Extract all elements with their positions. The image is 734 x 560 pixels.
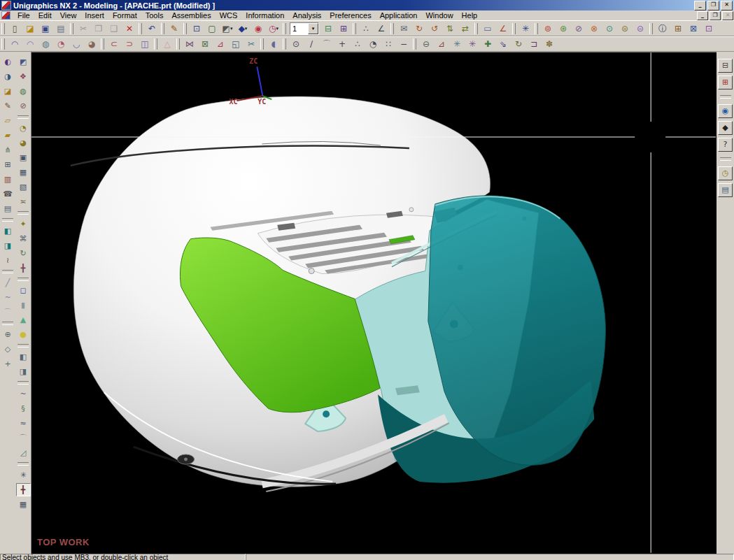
delay-long-icon[interactable]: ◕ — [16, 136, 31, 150]
enlarge-sheet-icon[interactable]: ◱ — [228, 37, 244, 51]
menu-window[interactable]: Window — [421, 10, 457, 20]
new-part-icon[interactable]: ▯ — [7, 22, 22, 36]
extrude-icon[interactable]: ⇘ — [495, 37, 511, 51]
law-extension-icon[interactable]: ◫ — [137, 37, 153, 51]
spline-curve-icon[interactable]: ~ — [16, 387, 31, 401]
sketch-icon[interactable]: ✽ — [542, 37, 557, 51]
delay-short-icon[interactable]: ◔ — [16, 122, 31, 135]
assembly-navigator-icon[interactable]: ⊟ — [718, 59, 733, 73]
open-folder-icon[interactable]: ◪ — [1, 85, 15, 98]
menu-format[interactable]: Format — [108, 10, 141, 20]
instance-feature-icon[interactable]: ⊘ — [571, 22, 586, 36]
mirror-body-icon[interactable]: ⊗ — [586, 22, 602, 36]
diamond-tool-icon[interactable]: ◇ — [1, 343, 15, 356]
trim-sheet-icon[interactable]: ⋈ — [182, 37, 197, 51]
offset-surface-icon[interactable]: ⊂ — [106, 37, 122, 51]
cone-primitive-icon[interactable]: ▲ — [16, 313, 31, 326]
layer-in-view-icon[interactable]: ⊞ — [336, 22, 351, 36]
information-window-icon[interactable]: ⓘ — [655, 22, 670, 36]
restore-button[interactable]: ❐ — [707, 1, 719, 10]
book-icon[interactable]: ▥ — [1, 173, 15, 186]
save-part-icon[interactable]: ▣ — [38, 22, 53, 36]
bounded-plane-icon[interactable]: △ — [160, 37, 175, 51]
menu-assemblies[interactable]: Assemblies — [167, 10, 215, 20]
eraser-icon[interactable]: ⊘ — [16, 99, 31, 113]
menu-edit[interactable]: Edit — [34, 10, 56, 20]
close-button[interactable]: ✕ — [721, 1, 733, 10]
snip-surface-icon[interactable]: ✂ — [244, 37, 259, 51]
menu-insert[interactable]: Insert — [80, 10, 108, 20]
part-families-icon[interactable]: ⊞ — [670, 22, 686, 36]
part-navigator-icon[interactable]: ⊞ — [718, 76, 733, 89]
sheet-badge-icon[interactable]: ▦ — [16, 166, 31, 179]
snap-point-on-curve-icon[interactable]: − — [396, 37, 411, 51]
snap-inferred-point-icon[interactable]: ⊙ — [288, 37, 304, 51]
menu-view[interactable]: View — [56, 10, 81, 20]
folder-up-icon[interactable]: ▰ — [1, 129, 15, 142]
mouse-icon[interactable]: ⌘ — [16, 232, 31, 245]
visualization-icon[interactable]: ◆ — [718, 121, 733, 135]
fit-view-icon[interactable]: ⊡ — [189, 22, 204, 36]
law-curve-icon[interactable]: ≈ — [16, 417, 31, 430]
edit-mask-icon[interactable]: ◩ — [16, 55, 31, 69]
target-point-icon[interactable]: ⊕ — [1, 328, 15, 341]
wcs-triad[interactable]: ZC XC YC — [229, 57, 271, 106]
ruled-surface-icon[interactable]: ◠ — [7, 37, 22, 51]
datum-axis-icon[interactable]: ✳ — [449, 37, 465, 51]
graphics-viewport[interactable]: ZC XC YC TOP WORK — [31, 52, 717, 554]
wcs-orient-icon[interactable]: ◍ — [16, 85, 31, 98]
snap-target-icon[interactable]: ╋ — [16, 483, 31, 496]
refresh-display-icon[interactable]: ▢ — [204, 22, 220, 36]
untrim-icon[interactable]: ⊠ — [197, 37, 213, 51]
phone-icon[interactable]: ☎ — [1, 187, 15, 201]
high-quality-image-icon[interactable]: ✎ — [167, 22, 182, 36]
print-icon[interactable]: ▤ — [53, 22, 69, 36]
wave-linker-icon[interactable]: ⊚ — [540, 22, 556, 36]
extract-geometry-icon[interactable]: ⊛ — [556, 22, 571, 36]
dropdown-arrow-icon[interactable]: ▾ — [245, 22, 248, 35]
key-icon[interactable]: ✦ — [16, 217, 31, 231]
fillet-curve-icon[interactable]: ⌒ — [16, 431, 31, 445]
menu-file[interactable]: File — [13, 10, 34, 20]
child-minimize-button[interactable]: _ — [697, 11, 708, 20]
notes-icon[interactable]: ▤ — [718, 183, 733, 197]
export-icon[interactable]: ✉ — [396, 22, 411, 36]
datum-csys-icon[interactable]: ✳ — [465, 37, 480, 51]
line-tool-icon[interactable]: ╱ — [1, 276, 15, 289]
grid-icon[interactable]: ▦ — [16, 498, 31, 511]
point-set-icon[interactable]: ✚ — [480, 37, 495, 51]
revolve-icon[interactable]: ↻ — [511, 37, 526, 51]
web-browser-icon[interactable]: ◉ — [718, 104, 733, 118]
snap-angle-icon[interactable]: ∠ — [374, 22, 389, 36]
tube-icon[interactable]: ⊐ — [526, 37, 542, 51]
simplify-body-icon[interactable]: ⊝ — [633, 22, 648, 36]
snap-mid-point-icon[interactable]: ⌒ — [319, 37, 334, 51]
keypad-icon[interactable]: ⊞ — [1, 158, 15, 171]
minimize-button[interactable]: _ — [694, 1, 706, 10]
menu-information[interactable]: Information — [241, 10, 288, 20]
datum-plane-icon[interactable]: ⊿ — [434, 37, 449, 51]
n-sided-surface-icon[interactable]: ◕ — [84, 37, 99, 51]
snap-point-icon[interactable]: ∴ — [358, 22, 374, 36]
snap-intersection-icon[interactable]: + — [334, 37, 350, 51]
menu-preferences[interactable]: Preferences — [325, 10, 375, 20]
child-restore-button[interactable]: ❐ — [710, 11, 721, 20]
snap-quadrant-icon[interactable]: ◔ — [365, 37, 381, 51]
replace-component-icon[interactable]: ⇅ — [442, 22, 458, 36]
through-curves-icon[interactable]: ◠ — [22, 37, 38, 51]
pattern-component-icon[interactable]: ⇄ — [458, 22, 473, 36]
csys-star-icon[interactable]: ✳ — [16, 468, 31, 482]
dynamic-wcs-icon[interactable]: ╋ — [16, 261, 31, 275]
measure-angle-icon[interactable]: ∠ — [495, 22, 511, 36]
menu-tools[interactable]: Tools — [141, 10, 168, 20]
cylinder-primitive-icon[interactable]: ▮ — [16, 299, 31, 312]
teal-folder-icon[interactable]: ◧ — [1, 224, 15, 238]
snap-existing-point-icon[interactable]: ∷ — [381, 37, 396, 51]
menu-application[interactable]: Application — [376, 10, 422, 20]
clamp-icon[interactable]: ⋔ — [1, 143, 15, 157]
teal-folder-up-icon[interactable]: ◨ — [1, 239, 15, 252]
block-primitive-icon[interactable]: ◻ — [16, 284, 31, 297]
split-body-icon[interactable]: ◨ — [16, 365, 31, 378]
import-assembly-icon[interactable]: ⊡ — [701, 22, 717, 36]
orient-view-icon[interactable]: ◆▾ — [235, 22, 250, 36]
